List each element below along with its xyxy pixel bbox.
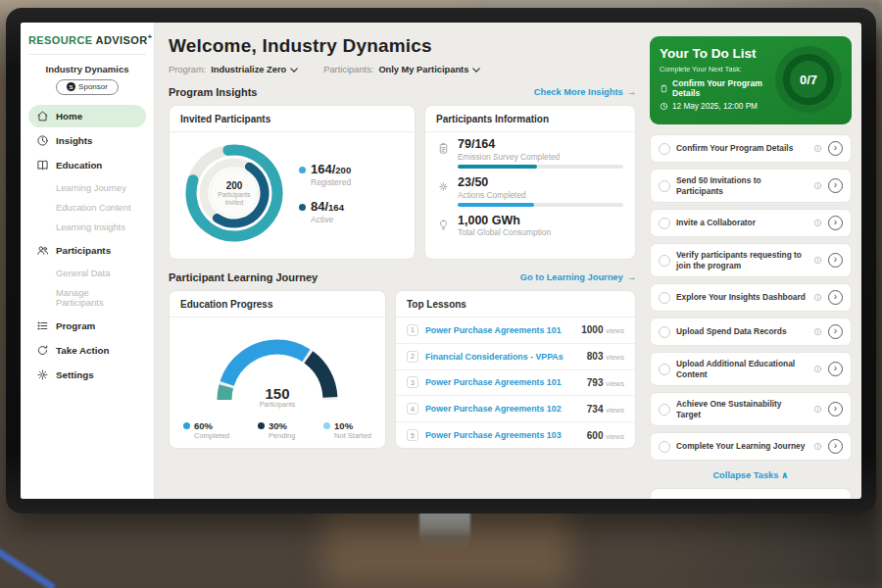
task-info bbox=[813, 327, 822, 336]
metric-actions-completed: 23/50Actions Completed bbox=[425, 171, 635, 209]
recent-news-title: Recent News bbox=[651, 489, 851, 499]
task-checkbox[interactable] bbox=[659, 218, 670, 229]
todo-task[interactable]: Upload Spend Data Records› bbox=[650, 318, 852, 346]
survey-icon bbox=[437, 142, 450, 155]
collapse-tasks-link[interactable]: Collapse Tasks ∧ bbox=[650, 469, 852, 480]
task-checkbox[interactable] bbox=[659, 292, 670, 304]
invited-participants-body: 200 Participants Invited 164/200 Registe bbox=[170, 132, 415, 254]
task-chevron-button[interactable]: › bbox=[828, 290, 843, 305]
sidebar-item-label: Settings bbox=[56, 369, 94, 380]
lesson-link[interactable]: Power Purchase Agreements 101 bbox=[425, 325, 574, 335]
sidebar-subitem-education-content[interactable]: Education Content bbox=[28, 198, 146, 218]
task-chevron-button[interactable]: › bbox=[828, 253, 843, 268]
education-legend: 60%Completed30%Pending10%Not Started bbox=[170, 415, 385, 448]
task-chevron-button[interactable]: › bbox=[828, 362, 843, 376]
lesson-rank: 1 bbox=[407, 324, 418, 336]
sponsor-label: Sponsor bbox=[78, 82, 108, 91]
lesson-row[interactable]: 1Power Purchase Agreements 1011000 views bbox=[396, 318, 635, 344]
info-icon bbox=[813, 219, 822, 227]
education-legend-item: 10%Not Started bbox=[323, 420, 371, 440]
todo-task[interactable]: Upload Additional Educational Content› bbox=[650, 352, 852, 386]
task-chevron-button[interactable]: › bbox=[828, 216, 843, 230]
sidebar-item-program[interactable]: Program bbox=[28, 315, 146, 337]
brand-plus: + bbox=[148, 32, 153, 41]
program-insights-title: Program Insights bbox=[169, 86, 257, 98]
sponsor-badge[interactable]: S Sponsor bbox=[56, 79, 119, 95]
participants-dropdown[interactable]: Only My Participants bbox=[378, 65, 480, 74]
lesson-link[interactable]: Power Purchase Agreements 101 bbox=[425, 377, 580, 387]
org-name: Industry Dynamics bbox=[28, 64, 146, 74]
participants-information-card: Participants Information 79/164Emission … bbox=[424, 105, 636, 260]
task-checkbox[interactable] bbox=[659, 404, 670, 416]
sidebar-item-take-action[interactable]: Take Action bbox=[28, 339, 146, 362]
lesson-row[interactable]: 3Power Purchase Agreements 101793 views bbox=[396, 370, 635, 397]
task-info bbox=[813, 293, 822, 302]
info-icon bbox=[813, 442, 822, 451]
top-lessons-title: Top Lessons bbox=[396, 291, 635, 318]
sidebar-item-participants[interactable]: Participants bbox=[28, 239, 146, 262]
legend-dot-icon bbox=[258, 422, 265, 429]
task-label: Explore Your Insights Dashboard bbox=[676, 292, 808, 303]
sidebar-item-label: Program bbox=[56, 320, 95, 331]
gauge-center-label: 150 Participants bbox=[204, 386, 351, 408]
participants-filter-label: Participants: bbox=[323, 65, 373, 74]
task-checkbox[interactable] bbox=[659, 143, 670, 155]
sidebar-item-insights[interactable]: Insights bbox=[28, 129, 146, 152]
sidebar-item-settings[interactable]: Settings bbox=[28, 364, 146, 386]
education-legend-item: 60%Completed bbox=[183, 420, 229, 440]
task-chevron-button[interactable]: › bbox=[828, 439, 843, 454]
consumption-icon bbox=[437, 219, 450, 231]
task-checkbox[interactable] bbox=[659, 441, 670, 453]
sidebar-item-home[interactable]: Home bbox=[28, 105, 146, 127]
todo-task[interactable]: Send 50 Invitations to Participants› bbox=[650, 169, 852, 203]
todo-task[interactable]: Confirm Your Program Details› bbox=[650, 134, 852, 163]
task-label: Confirm Your Program Details bbox=[676, 143, 808, 154]
todo-summary-text: Your To Do List Complete Your Next Task:… bbox=[660, 46, 769, 113]
task-checkbox[interactable] bbox=[659, 364, 670, 375]
lesson-row[interactable]: 5Power Purchase Agreements 103600 views bbox=[396, 422, 635, 448]
todo-due-date: 12 May 2025, 12:00 PM bbox=[660, 102, 769, 111]
task-chevron-button[interactable]: › bbox=[828, 402, 843, 416]
sidebar-subitem-general-data[interactable]: General Data bbox=[28, 264, 146, 283]
task-chevron-button[interactable]: › bbox=[828, 324, 843, 339]
sidebar-subitem-learning-journey[interactable]: Learning Journey bbox=[28, 178, 146, 198]
lesson-link[interactable]: Financial Considerations - VPPAs bbox=[425, 352, 580, 362]
filter-bar: Program: Industrialize Zero Participants… bbox=[169, 65, 636, 74]
task-checkbox[interactable] bbox=[659, 326, 670, 338]
todo-task[interactable]: Complete Your Learning Journey› bbox=[650, 432, 852, 461]
participants-filter: Participants: Only My Participants bbox=[323, 65, 480, 74]
todo-task[interactable]: Explore Your Insights Dashboard› bbox=[650, 283, 852, 312]
todo-progress-ring: 0/7 bbox=[775, 46, 842, 113]
sidebar-subitem-manage-participants[interactable]: Manage Participants bbox=[28, 283, 146, 313]
task-info bbox=[813, 442, 822, 451]
lesson-link[interactable]: Power Purchase Agreements 103 bbox=[425, 430, 580, 440]
lesson-row[interactable]: 2Financial Considerations - VPPAs803 vie… bbox=[396, 344, 635, 370]
task-label: Send 50 Invitations to Participants bbox=[676, 175, 808, 196]
lesson-row[interactable]: 4Power Purchase Agreements 102734 views bbox=[396, 396, 635, 422]
legend-dot-icon bbox=[183, 422, 190, 429]
actions-icon bbox=[437, 180, 450, 193]
todo-task[interactable]: Achieve One Sustainability Target› bbox=[650, 392, 852, 426]
invited-legend: 164/200 Registered 84/164 Active bbox=[299, 163, 351, 224]
lesson-link[interactable]: Power Purchase Agreements 102 bbox=[425, 404, 580, 414]
participants-metrics: 79/164Emission Survey Completed23/50Acti… bbox=[425, 132, 635, 240]
info-icon bbox=[813, 144, 822, 153]
sidebar-item-education[interactable]: Education bbox=[28, 154, 146, 176]
todo-progress-value: 0/7 bbox=[783, 54, 834, 105]
task-checkbox[interactable] bbox=[659, 180, 670, 192]
task-checkbox[interactable] bbox=[659, 255, 670, 267]
check-more-insights-link[interactable]: Check More Insights → bbox=[534, 87, 636, 97]
todo-task[interactable]: Verify participants requesting to join t… bbox=[650, 243, 852, 277]
info-icon bbox=[813, 327, 822, 336]
todo-task[interactable]: Invite a Collaborator› bbox=[650, 209, 852, 237]
task-chevron-button[interactable]: › bbox=[828, 141, 843, 156]
clipboard-icon bbox=[660, 84, 668, 93]
go-to-learning-journey-link[interactable]: Go to Learning Journey → bbox=[520, 272, 636, 282]
clock-icon bbox=[660, 102, 668, 111]
participants-information-title: Participants Information bbox=[425, 106, 635, 132]
info-icon bbox=[813, 181, 822, 190]
program-dropdown[interactable]: Industrialize Zero bbox=[211, 65, 298, 74]
sidebar-item-label: Insights bbox=[56, 135, 93, 146]
task-chevron-button[interactable]: › bbox=[828, 178, 843, 193]
sidebar-subitem-learning-insights[interactable]: Learning Insights bbox=[28, 218, 146, 237]
